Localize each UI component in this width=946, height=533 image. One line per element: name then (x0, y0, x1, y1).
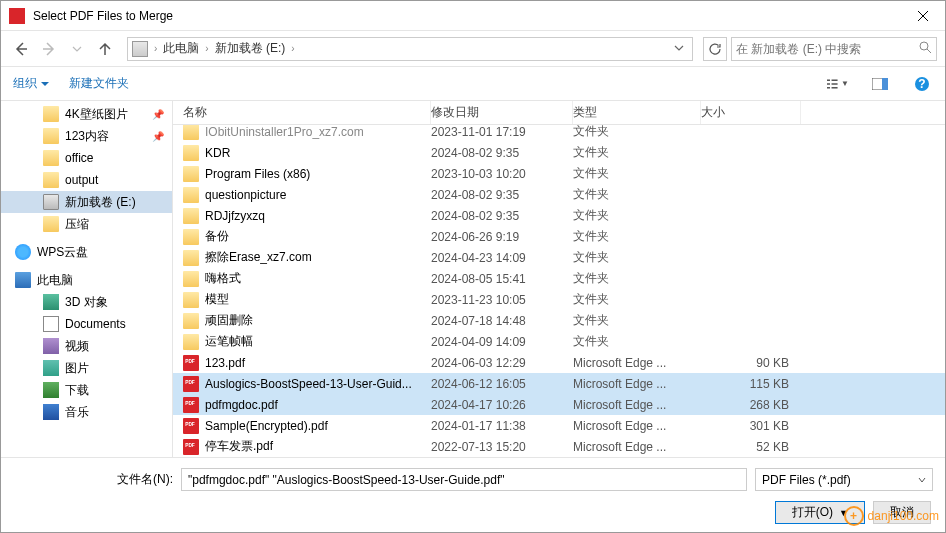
file-row[interactable]: 123.pdf2024-06-03 12:29Microsoft Edge ..… (173, 352, 945, 373)
file-name: Program Files (x86) (205, 167, 431, 181)
file-name: 运笔帧幅 (205, 333, 431, 350)
address-dropdown[interactable] (670, 42, 688, 56)
file-row[interactable]: 顽固删除2024-07-18 14:48文件夹 (173, 310, 945, 331)
sidebar-item[interactable]: 123内容📌 (1, 125, 172, 147)
svg-rect-8 (882, 78, 888, 90)
sidebar-item[interactable]: 视频 (1, 335, 172, 357)
file-type: Microsoft Edge ... (573, 377, 701, 391)
breadcrumb-separator[interactable]: › (291, 43, 294, 54)
cancel-button[interactable]: 取消 (873, 501, 931, 524)
refresh-button[interactable] (703, 37, 727, 61)
file-type: 文件夹 (573, 125, 701, 140)
sidebar-item[interactable]: 压缩 (1, 213, 172, 235)
file-name: pdfmgdoc.pdf (205, 398, 431, 412)
file-row[interactable]: IObitUninstaller1Pro_xz7.com2023-11-01 1… (173, 125, 945, 142)
file-row[interactable]: RDJjfzyxzq2024-08-02 9:35文件夹 (173, 205, 945, 226)
view-icon (827, 78, 839, 90)
svg-rect-6 (832, 87, 838, 89)
search-box[interactable] (731, 37, 937, 61)
threed-icon (43, 294, 59, 310)
folder-icon (43, 128, 59, 144)
file-date: 2024-06-12 16:05 (431, 377, 573, 391)
file-date: 2023-10-03 10:20 (431, 167, 573, 181)
search-icon[interactable] (918, 40, 932, 57)
filename-input[interactable] (181, 468, 747, 491)
folder-icon (183, 125, 199, 140)
sidebar-item[interactable]: 图片 (1, 357, 172, 379)
column-type[interactable]: 类型 (573, 101, 701, 124)
pdf-icon (183, 397, 199, 413)
sidebar-item[interactable]: 新加载卷 (E:) (1, 191, 172, 213)
file-name: IObitUninstaller1Pro_xz7.com (205, 125, 431, 139)
file-row[interactable]: 模型2023-11-23 10:05文件夹 (173, 289, 945, 310)
open-button[interactable]: 打开(O) ▼ (775, 501, 865, 524)
breadcrumb-separator[interactable]: › (205, 43, 208, 54)
help-button[interactable]: ? (911, 73, 933, 95)
file-row[interactable]: Program Files (x86)2023-10-03 10:20文件夹 (173, 163, 945, 184)
close-button[interactable] (900, 1, 945, 31)
file-row[interactable]: pdfmgdoc.pdf2024-04-17 10:26Microsoft Ed… (173, 394, 945, 415)
breadcrumb-drive[interactable]: 新加载卷 (E:) (215, 40, 286, 57)
arrow-up-icon (97, 41, 113, 57)
file-row[interactable]: 停车发票.pdf2022-07-13 15:20Microsoft Edge .… (173, 436, 945, 457)
pin-icon: 📌 (152, 131, 164, 142)
file-date: 2023-11-23 10:05 (431, 293, 573, 307)
folder-icon (183, 271, 199, 287)
file-row[interactable]: Auslogics-BoostSpeed-13-User-Guid...2024… (173, 373, 945, 394)
sidebar-item[interactable]: 3D 对象 (1, 291, 172, 313)
file-date: 2024-04-17 10:26 (431, 398, 573, 412)
column-name[interactable]: 名称 (173, 101, 431, 124)
sidebar-item[interactable]: 音乐 (1, 401, 172, 423)
file-row[interactable]: 备份2024-06-26 9:19文件夹 (173, 226, 945, 247)
column-size[interactable]: 大小 (701, 101, 801, 124)
new-folder-button[interactable]: 新建文件夹 (69, 75, 129, 92)
drive-icon (43, 194, 59, 210)
breadcrumb-separator[interactable]: › (154, 43, 157, 54)
sidebar: 4K壁纸图片📌123内容📌officeoutput新加载卷 (E:)压缩WPS云… (1, 101, 173, 457)
sidebar-item-label: 视频 (65, 338, 89, 355)
file-row[interactable]: Sample(Encrypted).pdf2024-01-17 11:38Mic… (173, 415, 945, 436)
file-list[interactable]: IObitUninstaller1Pro_xz7.com2023-11-01 1… (173, 125, 945, 457)
file-row[interactable]: 嗨格式2024-08-05 15:41文件夹 (173, 268, 945, 289)
preview-icon (872, 78, 888, 90)
sidebar-item[interactable]: office (1, 147, 172, 169)
folder-icon (43, 106, 59, 122)
pin-icon: 📌 (152, 109, 164, 120)
file-name: questionpicture (205, 188, 431, 202)
breadcrumb-pc[interactable]: 此电脑 (163, 40, 199, 57)
file-row[interactable]: questionpicture2024-08-02 9:35文件夹 (173, 184, 945, 205)
forward-button[interactable] (37, 37, 61, 61)
file-size: 115 KB (701, 377, 789, 391)
file-date: 2023-11-01 17:19 (431, 125, 573, 139)
nav-bar: › 此电脑 › 新加载卷 (E:) › (1, 31, 945, 67)
search-input[interactable] (736, 42, 918, 56)
arrow-right-icon (41, 41, 57, 57)
recent-button[interactable] (65, 37, 89, 61)
folder-icon (183, 145, 199, 161)
sidebar-item[interactable]: 下载 (1, 379, 172, 401)
sidebar-pc[interactable]: 此电脑 (1, 269, 172, 291)
file-row[interactable]: 运笔帧幅2024-04-09 14:09文件夹 (173, 331, 945, 352)
back-button[interactable] (9, 37, 33, 61)
file-row[interactable]: KDR2024-08-02 9:35文件夹 (173, 142, 945, 163)
file-type: 文件夹 (573, 144, 701, 161)
file-name: 123.pdf (205, 356, 431, 370)
sidebar-item[interactable]: output (1, 169, 172, 191)
video-icon (43, 338, 59, 354)
chevron-down-icon (674, 43, 684, 53)
file-type-filter[interactable]: PDF Files (*.pdf) (755, 468, 933, 491)
file-type: 文件夹 (573, 249, 701, 266)
svg-rect-3 (827, 87, 830, 89)
svg-rect-5 (832, 83, 838, 85)
file-row[interactable]: 擦除Erase_xz7.com2024-04-23 14:09文件夹 (173, 247, 945, 268)
preview-pane-button[interactable] (869, 73, 891, 95)
up-button[interactable] (93, 37, 117, 61)
sidebar-wps[interactable]: WPS云盘 (1, 241, 172, 263)
column-date[interactable]: 修改日期 (431, 101, 573, 124)
address-bar[interactable]: › 此电脑 › 新加载卷 (E:) › (127, 37, 693, 61)
sidebar-item[interactable]: 4K壁纸图片📌 (1, 103, 172, 125)
svg-rect-4 (832, 79, 838, 81)
view-options-button[interactable]: ▼ (827, 73, 849, 95)
organize-button[interactable]: 组织 (13, 75, 49, 92)
sidebar-item[interactable]: Documents (1, 313, 172, 335)
